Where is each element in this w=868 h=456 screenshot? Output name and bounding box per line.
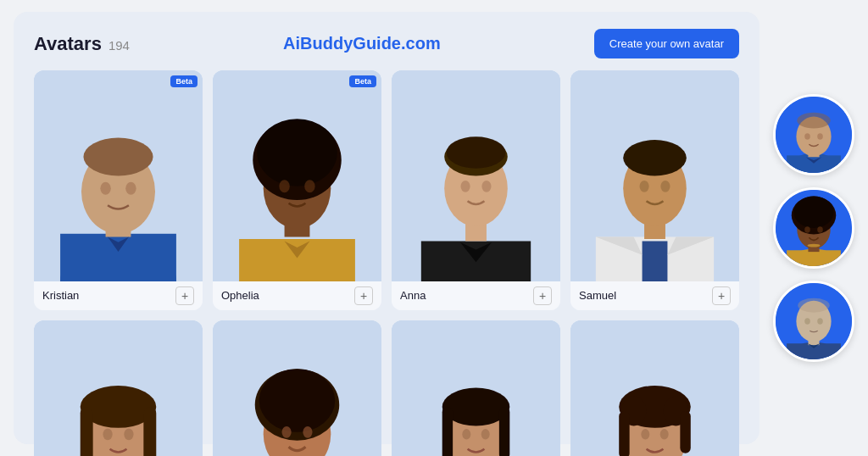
avatar-footer-ophelia: Ophelia +	[213, 281, 381, 310]
avatar-image-kristian: Beta	[34, 70, 203, 281]
avatar-footer-anna: Anna +	[392, 281, 560, 310]
avatar-image-ines	[213, 320, 381, 456]
svg-point-15	[257, 119, 337, 186]
avatar-name-kristian: Kristian	[42, 289, 79, 302]
side-avatar-kristian[interactable]	[773, 94, 854, 175]
svg-point-28	[481, 181, 491, 192]
avatar-image-leah2	[570, 320, 739, 456]
header: Avatars 194 AiBuddyGuide.com Create your…	[34, 29, 739, 58]
svg-point-107	[798, 298, 830, 313]
avatar-image-erica	[34, 320, 203, 456]
avatar-card-samuel: Samuel +	[570, 70, 739, 310]
svg-point-49	[124, 428, 133, 440]
svg-rect-2	[60, 234, 176, 281]
side-avatar-ophelia[interactable]	[773, 187, 854, 269]
svg-point-90	[817, 133, 823, 140]
svg-point-5	[83, 138, 153, 176]
svg-point-56	[259, 369, 336, 432]
avatar-card-erica: Erica +	[34, 320, 203, 456]
create-avatar-button[interactable]: Create your own avatar	[594, 29, 739, 58]
brand-name: AiBuddyGuide.com	[283, 34, 441, 53]
side-avatar-bald[interactable]	[773, 281, 854, 362]
avatar-card-anna: Anna +	[392, 70, 560, 310]
avatar-footer-kristian: Kristian +	[34, 281, 203, 310]
header-left: Avatars 194	[34, 33, 130, 55]
svg-rect-47	[143, 407, 156, 456]
beta-badge-ophelia: Beta	[349, 75, 376, 87]
svg-point-48	[103, 428, 112, 440]
svg-point-68	[462, 429, 470, 439]
avatar-card-kristian: Beta	[34, 70, 203, 310]
svg-point-88	[797, 113, 830, 129]
svg-point-35	[623, 140, 687, 175]
add-button-samuel[interactable]: +	[712, 286, 731, 305]
svg-point-17	[304, 180, 314, 192]
add-button-kristian[interactable]: +	[175, 286, 194, 305]
page-wrapper: Avatars 194 AiBuddyGuide.com Create your…	[0, 0, 868, 456]
svg-point-16	[279, 180, 289, 192]
svg-point-98	[794, 197, 834, 229]
avatar-card-ines: Ines +	[213, 320, 381, 456]
page-title: Avatars	[34, 33, 102, 55]
svg-point-100	[817, 226, 823, 233]
svg-rect-32	[643, 241, 668, 281]
avatar-grid: Beta	[34, 70, 739, 456]
svg-rect-46	[81, 407, 93, 456]
svg-point-108	[804, 318, 810, 325]
avatar-card-leah1: Leah +	[392, 320, 560, 456]
add-button-ophelia[interactable]: +	[354, 286, 373, 305]
avatar-image-samuel	[570, 70, 739, 281]
side-panel	[773, 94, 854, 362]
svg-point-58	[303, 426, 312, 438]
svg-point-26	[447, 136, 506, 168]
svg-point-89	[804, 133, 810, 140]
svg-point-57	[281, 426, 291, 438]
avatar-card-ophelia: Beta	[213, 70, 381, 310]
svg-point-7	[125, 182, 136, 195]
svg-rect-94	[787, 250, 841, 266]
svg-point-6	[100, 182, 110, 195]
svg-point-81	[641, 429, 649, 439]
svg-point-27	[460, 181, 470, 192]
main-panel: Avatars 194 AiBuddyGuide.com Create your…	[14, 12, 760, 444]
svg-rect-66	[442, 407, 453, 456]
svg-point-69	[481, 429, 490, 439]
avatar-image-leah1	[392, 320, 560, 456]
svg-point-36	[639, 181, 648, 192]
beta-badge-kristian: Beta	[170, 75, 198, 87]
svg-point-37	[660, 181, 670, 192]
avatar-name-anna: Anna	[400, 289, 426, 302]
svg-rect-67	[499, 407, 509, 456]
avatar-card-leah2: Leah +	[570, 320, 739, 456]
svg-rect-79	[619, 411, 629, 456]
svg-point-101	[808, 244, 821, 247]
svg-rect-85	[787, 155, 841, 173]
avatar-count: 194	[108, 38, 130, 53]
svg-rect-80	[680, 411, 690, 453]
svg-point-82	[660, 429, 669, 439]
avatar-footer-samuel: Samuel +	[570, 281, 739, 310]
avatar-image-anna	[392, 70, 560, 281]
svg-point-99	[804, 226, 810, 233]
svg-point-109	[817, 318, 823, 325]
avatar-image-ophelia: Beta	[213, 70, 381, 281]
add-button-anna[interactable]: +	[533, 286, 552, 305]
svg-rect-11	[239, 239, 355, 281]
avatar-name-samuel: Samuel	[579, 289, 616, 302]
avatar-name-ophelia: Ophelia	[221, 289, 259, 302]
